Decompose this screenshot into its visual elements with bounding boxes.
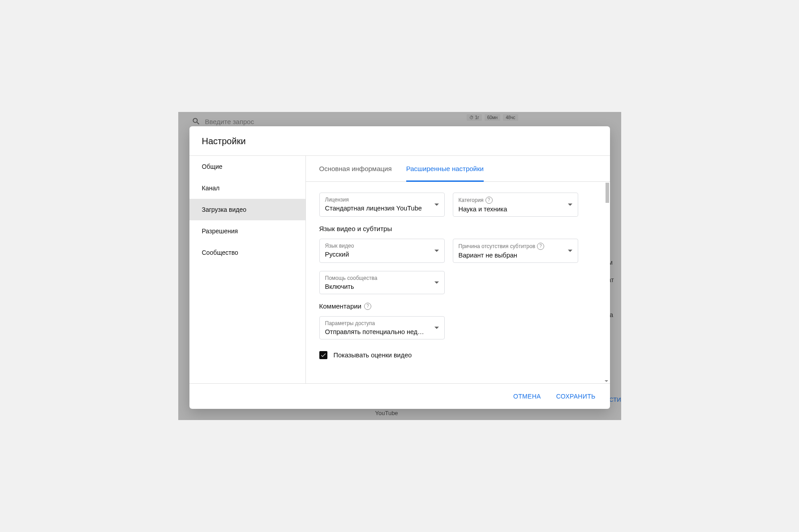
cancel-button[interactable]: ОТМЕНА <box>509 389 546 403</box>
show-ratings-row: Показывать оценки видео <box>319 351 597 359</box>
select-label: Категория ? <box>459 197 572 204</box>
scrollbar-arrow-down-icon[interactable] <box>605 380 608 382</box>
modal-header: Настройки <box>189 126 610 155</box>
form-row: Лицензия Стандартная лицензия YouTube Ка… <box>319 193 597 217</box>
select-label: Параметры доступа <box>325 320 439 326</box>
show-ratings-label: Показывать оценки видео <box>334 352 412 359</box>
select-value: Отправлять потенциально нед… <box>325 328 439 335</box>
select-value: Наука и техника <box>459 206 572 213</box>
select-value: Стандартная лицензия YouTube <box>325 205 439 212</box>
tab-basic-info[interactable]: Основная информация <box>319 156 392 182</box>
chevron-down-icon <box>434 282 439 284</box>
license-select[interactable]: Лицензия Стандартная лицензия YouTube <box>319 193 445 217</box>
sidebar-item-permissions[interactable]: Разрешения <box>189 220 305 242</box>
select-value: Вариант не выбран <box>459 252 572 259</box>
select-label: Язык видео <box>325 243 439 249</box>
bg-badge: 48чс <box>503 114 518 121</box>
help-icon[interactable]: ? <box>537 243 544 250</box>
scrollbar-vertical[interactable] <box>606 182 609 383</box>
checkmark-icon <box>320 352 326 358</box>
form-row: Помощь сообщества Включить <box>319 271 597 294</box>
screenshot-frame: Введите запрос ⏱ 1г 60мн 48чс о канал дн… <box>178 112 621 420</box>
caption-reason-select[interactable]: Причина отсутствия субтитров ? Вариант н… <box>453 239 578 263</box>
video-language-select[interactable]: Язык видео Русский <box>319 239 445 263</box>
select-label: Помощь сообщества <box>325 275 439 281</box>
select-label: Причина отсутствия субтитров ? <box>459 243 572 250</box>
community-help-select[interactable]: Помощь сообщества Включить <box>319 271 445 294</box>
select-value: Русский <box>325 251 439 258</box>
sidebar-item-general[interactable]: Общие <box>189 156 305 177</box>
section-title-comments: Комментарии ? <box>319 302 597 310</box>
sidebar-item-upload-video[interactable]: Загрузка видео <box>189 199 305 220</box>
modal-footer: ОТМЕНА СОХРАНИТЬ <box>189 383 610 409</box>
select-value: Включить <box>325 283 439 290</box>
search-icon <box>192 117 201 126</box>
help-icon[interactable]: ? <box>364 303 371 310</box>
chevron-down-icon <box>434 204 439 206</box>
chevron-down-icon <box>568 204 572 206</box>
sidebar-item-channel[interactable]: Канал <box>189 177 305 199</box>
tab-advanced-settings[interactable]: Расширенные настройки <box>406 156 484 182</box>
chevron-down-icon <box>434 327 439 329</box>
modal-title: Настройки <box>202 136 597 146</box>
settings-modal: Настройки Общие Канал Загрузка видео Раз… <box>189 126 610 409</box>
section-title-language: Язык видео и субтитры <box>319 225 597 232</box>
access-params-select[interactable]: Параметры доступа Отправлять потенциальн… <box>319 316 445 339</box>
content-scroll[interactable]: Лицензия Стандартная лицензия YouTube Ка… <box>306 182 610 383</box>
bg-badge: 60мн <box>485 114 501 121</box>
settings-content: Основная информация Расширенные настройк… <box>306 156 610 383</box>
bg-badge: ⏱ 1г <box>467 114 482 121</box>
select-label: Лицензия <box>325 197 439 203</box>
show-ratings-checkbox[interactable] <box>319 351 327 359</box>
chevron-down-icon <box>434 250 439 252</box>
scrollbar-thumb[interactable] <box>606 183 609 203</box>
save-button[interactable]: СОХРАНИТЬ <box>552 389 600 403</box>
modal-body: Общие Канал Загрузка видео Разрешения Со… <box>189 155 610 383</box>
bg-youtube-label: YouTube <box>375 410 398 416</box>
category-select[interactable]: Категория ? Наука и техника <box>453 193 578 217</box>
form-row: Язык видео Русский Причина отсутствия су… <box>319 239 597 263</box>
bg-search-placeholder: Введите запрос <box>205 118 254 125</box>
bg-badges: ⏱ 1г 60мн 48чс <box>467 114 518 121</box>
form-row: Параметры доступа Отправлять потенциальн… <box>319 316 597 339</box>
settings-sidebar: Общие Канал Загрузка видео Разрешения Со… <box>189 156 306 383</box>
tabs-bar: Основная информация Расширенные настройк… <box>306 156 610 182</box>
sidebar-item-community[interactable]: Сообщество <box>189 242 305 263</box>
help-icon[interactable]: ? <box>485 197 493 204</box>
chevron-down-icon <box>568 250 572 252</box>
